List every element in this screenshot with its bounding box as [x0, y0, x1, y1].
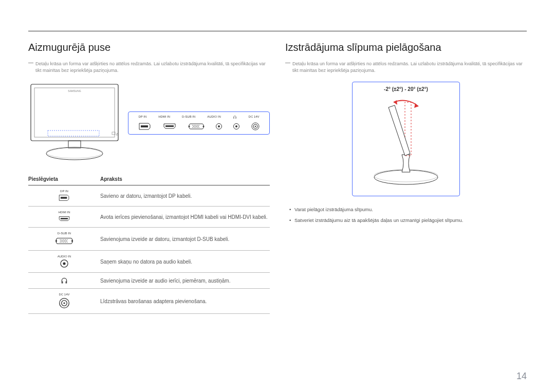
- port-label-dp: DP IN: [138, 115, 146, 120]
- svg-point-40: [65, 239, 66, 240]
- svg-point-16: [198, 125, 199, 125]
- ports-table: Pieslēgvieta Apraksts DP IN Savieno ar d…: [28, 173, 270, 314]
- tilt-diagram-box: -2° (±2°) - 20° (±2°): [352, 82, 460, 196]
- svg-point-23: [195, 127, 196, 127]
- table-row: AUDIO IN Saņem skaņu no datora pa audio …: [28, 251, 270, 273]
- svg-point-41: [67, 239, 68, 240]
- dsub-port-icon: [54, 236, 74, 246]
- dc-jack-icon: [58, 297, 70, 309]
- svg-point-5: [46, 147, 103, 160]
- table-row: Savienojuma izveide ar audio ierīci, pie…: [28, 273, 270, 289]
- tilt-diagram-icon: [358, 95, 454, 188]
- page-number: 14: [516, 371, 527, 382]
- svg-point-14: [195, 125, 196, 125]
- row-desc: Savieno ar datoru, izmantojot DP kabeli.: [100, 185, 270, 207]
- svg-point-18: [195, 126, 195, 126]
- port-label-hdmi: HDMI IN: [158, 115, 170, 120]
- table-row: HDMI IN Avota ierīces pievienošanai, izm…: [28, 207, 270, 228]
- svg-point-45: [66, 240, 67, 241]
- row-desc: Saņem skaņu no datora pa audio kabeli.: [100, 251, 270, 273]
- svg-point-42: [61, 240, 62, 241]
- row-port-label: D-SUB IN: [58, 232, 71, 235]
- dp-port-icon: [57, 194, 71, 202]
- tilt-bullets: Varat pielāgot izstrādājuma slīpumu. Sat…: [285, 206, 527, 224]
- audio-jack-icon: [215, 123, 223, 130]
- right-column: Izstrādājuma slīpuma pielāgošana Detaļu …: [285, 42, 527, 314]
- row-desc: Avota ierīces pievienošanai, izmantojot …: [100, 207, 270, 228]
- svg-point-38: [62, 239, 63, 240]
- svg-point-46: [60, 242, 61, 243]
- heading-back: Aizmugurējā puse: [28, 42, 270, 53]
- row-port-label: HDMI IN: [59, 211, 70, 214]
- svg-point-10: [188, 125, 190, 127]
- svg-rect-1: [34, 88, 115, 137]
- tilt-range-label: -2° (±2°) - 20° (±2°): [358, 86, 454, 92]
- row-port-label: DC 14V: [59, 293, 69, 296]
- monitor-rear-icon: SAMSUNG: [28, 82, 121, 164]
- row-port-label: AUDIO IN: [58, 255, 71, 258]
- svg-point-19: [196, 126, 197, 126]
- svg-point-36: [71, 240, 73, 242]
- svg-point-13: [194, 125, 194, 125]
- svg-rect-0: [31, 84, 118, 141]
- svg-point-32: [255, 125, 256, 126]
- svg-point-17: [193, 126, 194, 126]
- svg-rect-34: [61, 218, 68, 219]
- hdmi-port-icon: [57, 215, 71, 223]
- hdmi-port-icon: [162, 122, 177, 131]
- svg-point-24: [197, 127, 197, 127]
- svg-point-6: [46, 147, 103, 158]
- table-row: DC 14V Līdzstrāvas barošanas adaptera pi…: [28, 289, 270, 314]
- svg-point-11: [202, 125, 204, 127]
- port-label-dsub: D-SUB IN: [182, 115, 195, 120]
- svg-point-15: [197, 125, 197, 125]
- svg-rect-3: [48, 130, 99, 136]
- svg-point-43: [62, 240, 63, 241]
- svg-point-39: [63, 239, 64, 240]
- heading-tilt: Izstrādājuma slīpuma pielāgošana: [285, 42, 527, 53]
- row-desc: Līdzstrāvas barošanas adaptera pievienoš…: [100, 289, 270, 314]
- svg-point-20: [198, 126, 198, 126]
- svg-point-29: [235, 125, 237, 127]
- row-desc: Savienojuma izveide ar datoru, izmantojo…: [100, 228, 270, 251]
- svg-point-35: [55, 240, 57, 242]
- svg-rect-33: [61, 197, 67, 199]
- svg-point-55: [63, 303, 65, 304]
- svg-point-21: [192, 127, 193, 127]
- headphone-icon: [61, 277, 68, 284]
- th-port: Pieslēgvieta: [28, 173, 100, 185]
- row-port-label: DP IN: [60, 190, 68, 193]
- row-desc: Savienojuma izveide ar audio ierīci, pie…: [100, 273, 270, 289]
- bullet-item: Satveriet izstrādājumu aiz tā apakšējās …: [289, 216, 527, 224]
- audio-jack-icon: [60, 259, 69, 268]
- svg-point-49: [65, 242, 66, 243]
- svg-point-37: [60, 239, 61, 240]
- port-label-audio: AUDIO IN: [207, 115, 221, 120]
- port-label-dc: DC 14V: [249, 115, 260, 120]
- svg-point-48: [63, 242, 64, 243]
- rear-illustration-row: SAMSUNG DP IN HDMI IN D-SU: [28, 82, 270, 164]
- svg-point-12: [192, 125, 193, 125]
- ports-panel-enlarged: DP IN HDMI IN D-SUB IN AUDIO IN DC 14V: [128, 111, 270, 135]
- dsub-port-icon: [188, 122, 205, 131]
- svg-rect-9: [165, 125, 174, 127]
- dp-port-icon: [138, 122, 152, 131]
- svg-point-22: [194, 127, 194, 127]
- svg-rect-8: [141, 125, 148, 127]
- table-row: D-SUB IN Savienojuma izveide ar datoru, …: [28, 228, 270, 251]
- th-desc: Apraksts: [100, 173, 270, 185]
- table-row: DP IN Savieno ar datoru, izmantojot DP k…: [28, 185, 270, 207]
- svg-point-44: [64, 240, 65, 241]
- svg-text:SAMSUNG: SAMSUNG: [68, 89, 81, 92]
- left-column: Aizmugurējā puse Detaļu krāsa un forma v…: [28, 42, 270, 314]
- port-label-headphone: [233, 115, 237, 120]
- svg-point-50: [67, 242, 68, 243]
- svg-marker-58: [394, 100, 397, 105]
- svg-point-25: [198, 127, 199, 127]
- svg-point-47: [62, 242, 63, 243]
- note-tilt: Detaļu krāsa un forma var atšķirties no …: [285, 61, 527, 73]
- svg-point-27: [218, 125, 220, 127]
- svg-point-52: [63, 263, 65, 265]
- note-back: Detaļu krāsa un forma var atšķirties no …: [28, 61, 270, 73]
- dc-jack-icon: [251, 122, 260, 131]
